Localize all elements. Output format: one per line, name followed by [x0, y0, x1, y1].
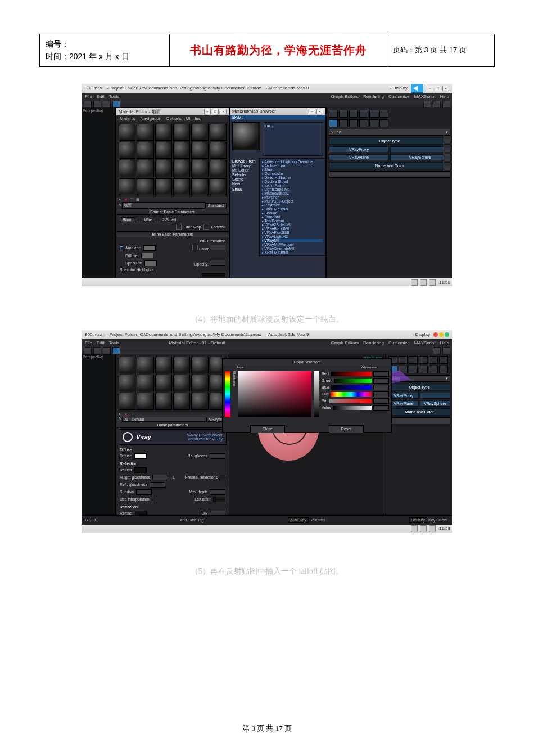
colorsel-close-button[interactable]: Close [250, 425, 285, 433]
min-dot-icon[interactable] [439, 332, 444, 337]
create-tab-icon[interactable] [329, 110, 338, 118]
object-name-field[interactable] [329, 171, 450, 178]
spacewarps-icon[interactable] [379, 119, 388, 127]
sample-uv-icon[interactable] [444, 163, 451, 170]
me-close[interactable]: × [220, 109, 227, 114]
spacewarps-icon[interactable] [439, 366, 448, 374]
sample-slot[interactable] [191, 357, 208, 374]
fresnel-checkbox[interactable] [220, 475, 225, 480]
pick-icon[interactable]: ↖ [119, 412, 122, 417]
vraysphere-button[interactable]: VRaySphere [390, 154, 450, 160]
useinterp-checkbox[interactable] [152, 497, 157, 502]
green-spinner[interactable] [373, 378, 389, 384]
list-item[interactable]: VRayLightMtl [262, 235, 323, 238]
viewport-perspective-2[interactable]: Perspective [82, 354, 116, 525]
vrayproxy-button[interactable]: VRayProxy [329, 146, 389, 152]
menu-rendering[interactable]: Rendering [363, 340, 384, 345]
list-item[interactable]: Morpher [262, 195, 323, 199]
browser-min[interactable]: – [309, 109, 315, 114]
menu-tools[interactable]: Tools [109, 340, 120, 345]
reflgloss-spinner[interactable] [150, 482, 165, 488]
display-tab-icon[interactable] [429, 356, 438, 364]
assign-icon[interactable]: ⬚ [130, 197, 134, 202]
sample-slot[interactable] [155, 393, 172, 410]
list-item[interactable]: Matte/Shadow [262, 191, 323, 195]
menu-file[interactable]: File [85, 340, 92, 345]
hue-spinner[interactable] [373, 392, 389, 397]
list-item[interactable]: DirectX Shader [262, 176, 323, 179]
sample-slot[interactable] [119, 142, 135, 159]
cmd-button[interactable] [420, 393, 450, 399]
hue-slider[interactable] [225, 371, 230, 417]
keyfilters-button[interactable]: Key Filters... [428, 518, 450, 522]
sample-slot[interactable] [173, 393, 190, 410]
from-mtllib[interactable]: Mtl Library [232, 164, 257, 168]
selfillum-spinner[interactable] [210, 245, 225, 250]
menu-graph[interactable]: Graph Editors [331, 340, 359, 345]
backlight-icon[interactable] [444, 145, 451, 152]
utilities-tab-icon[interactable] [439, 356, 448, 364]
me-max[interactable]: □ [212, 109, 219, 114]
opacity-spinner[interactable] [210, 260, 225, 266]
hierarchy-tab-icon[interactable] [409, 356, 418, 364]
display-tab-icon[interactable] [369, 110, 378, 118]
menu-graph[interactable]: Graph Editors [331, 94, 359, 99]
sample-slot[interactable] [155, 375, 172, 392]
list-item[interactable]: Blend [262, 168, 323, 172]
tray-icon[interactable] [411, 525, 418, 532]
sample-slot[interactable] [191, 393, 208, 410]
hue-slider2[interactable] [331, 392, 372, 397]
list-item[interactable]: Ink 'n Paint [262, 183, 323, 187]
sample-slot[interactable] [119, 160, 135, 177]
shapes-icon[interactable] [339, 119, 348, 127]
viewport-perspective[interactable]: Perspective [82, 107, 116, 278]
sample-slot[interactable] [137, 160, 153, 177]
sample-slot[interactable] [137, 142, 153, 159]
time-slider[interactable]: 0 / 100 Add Time Tag Auto Key Selected S… [82, 515, 452, 525]
from-new[interactable]: New [232, 182, 257, 186]
menu-customize[interactable]: Customize [388, 94, 410, 99]
sample-type-icon[interactable] [444, 136, 451, 143]
shader-dropdown[interactable]: Blinn [120, 217, 134, 222]
list-item[interactable]: Lightscape Mtl [262, 187, 323, 191]
close-button[interactable]: × [442, 86, 449, 91]
autokey-button[interactable]: Auto Key [288, 518, 308, 523]
sample-slot[interactable] [191, 124, 208, 141]
faceted-checkbox[interactable] [203, 224, 209, 230]
sample-slot[interactable] [210, 124, 227, 141]
ambient-swatch[interactable] [143, 245, 156, 251]
sample-slot[interactable] [210, 142, 227, 159]
max-button[interactable]: □ [435, 86, 441, 91]
menu-help[interactable]: Help [440, 94, 449, 99]
me-menu-material[interactable]: Material [120, 116, 135, 121]
sample-slot[interactable] [119, 357, 135, 374]
from-mtleditor[interactable]: Mtl Editor [232, 168, 257, 172]
vraysphere-button[interactable]: VRaySphere [420, 400, 450, 407]
list-item[interactable]: Top/Bottom [262, 219, 323, 223]
twosided-checkbox[interactable] [155, 217, 160, 222]
tray-icon[interactable] [411, 279, 418, 286]
delete-icon[interactable]: ✕ [124, 412, 128, 417]
cameras-icon[interactable] [359, 119, 368, 127]
motion-tab-icon[interactable] [359, 110, 368, 118]
sample-slot[interactable] [173, 142, 190, 159]
list-item[interactable]: Shell Material [262, 207, 323, 211]
list-item[interactable]: Multi/Sub-Object [262, 199, 323, 203]
satval-picker[interactable] [238, 371, 311, 417]
material-name-field[interactable]: 地面 [122, 202, 205, 209]
sample-slot[interactable] [210, 178, 227, 195]
cmd-button[interactable] [390, 146, 450, 152]
tray-icon[interactable] [429, 279, 436, 286]
max-dot-icon[interactable] [445, 332, 449, 337]
menu-maxscript[interactable]: MAXScript [414, 340, 436, 345]
helpers-icon[interactable] [369, 119, 378, 127]
blue-slider[interactable] [331, 385, 372, 390]
vrayplane-button[interactable]: VRayPlane [388, 400, 419, 407]
modify-tab-icon[interactable] [339, 110, 348, 118]
sample-slot[interactable] [137, 357, 153, 374]
sample-slot[interactable] [137, 178, 153, 195]
utilities-tab-icon[interactable] [379, 110, 388, 118]
subdivs-spinner[interactable] [136, 489, 152, 495]
menu-customize[interactable]: Customize [388, 340, 410, 345]
rollout-shader-basic[interactable]: Shader Basic Parameters [116, 209, 229, 215]
